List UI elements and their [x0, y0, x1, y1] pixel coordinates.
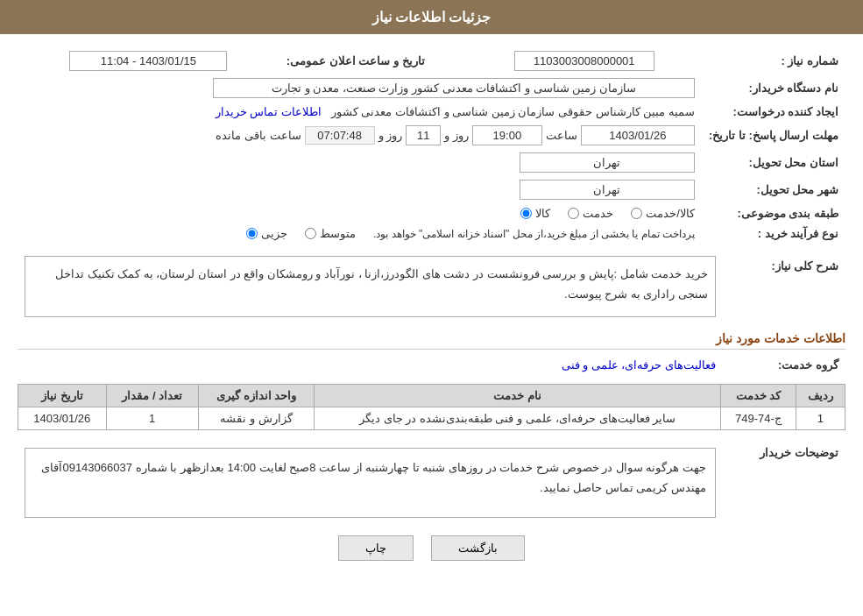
- radio-kala[interactable]: [520, 208, 532, 219]
- creator-link[interactable]: اطلاعات تماس خریدار: [216, 105, 322, 118]
- services-group-value: فعالیت‌های حرفه‌ای، علمی و فنی: [18, 355, 723, 375]
- row-deadline: مهلت ارسال پاسخ: تا تاریخ: 1403/01/26 سا…: [18, 122, 845, 149]
- radio-label-kala: کالا: [535, 207, 550, 220]
- hours-label: ساعت باقی مانده: [216, 129, 301, 142]
- row-org-name: نام دستگاه خریدار: سازمان زمین شناسی و ا…: [18, 74, 845, 102]
- description-label: شرح کلی نیاز:: [723, 252, 845, 321]
- page-wrapper: جزئیات اطلاعات نیاز شماره نیاز : 1103003…: [0, 0, 863, 616]
- radio-motavasset[interactable]: [305, 228, 316, 239]
- row-category: طبقه بندی موضوعی: کالا/خدمت خدمت کالا: [18, 203, 845, 223]
- page-title: جزئیات اطلاعات نیاز: [372, 10, 492, 25]
- row-province: استان محل تحویل: تهران: [18, 149, 845, 176]
- services-group-link[interactable]: فعالیت‌های حرفه‌ای، علمی و فنی: [562, 358, 716, 372]
- time-input: 19:00: [472, 125, 542, 145]
- print-button[interactable]: چاپ: [338, 535, 414, 561]
- cell-date: 1403/01/26: [18, 407, 107, 430]
- city-value: تهران: [18, 176, 702, 203]
- services-table-head: ردیف کد خدمت نام خدمت واحد اندازه گیری ت…: [18, 385, 845, 407]
- radio-item-motavasset: متوسط: [305, 227, 356, 240]
- radio-label-kala-khedmat: کالا/خدمت: [646, 207, 695, 220]
- description-table: شرح کلی نیاز: خرید خدمت شامل :پایش و برر…: [18, 252, 845, 321]
- info-table: شماره نیاز : 1103003008000001 تاریخ و سا…: [18, 47, 845, 244]
- need-number-label: شماره نیاز :: [702, 47, 845, 74]
- date-time-value: 1403/01/15 - 11:04: [18, 47, 279, 74]
- date-input: 1403/01/26: [581, 125, 695, 145]
- row-need-number: شماره نیاز : 1103003008000001 تاریخ و سا…: [18, 47, 845, 74]
- creator-label: ایجاد کننده درخواست:: [702, 102, 845, 122]
- city-input: تهران: [520, 180, 695, 200]
- description-value: خرید خدمت شامل :پایش و بررسی فرونشست در …: [18, 252, 723, 321]
- row-services-group: گروه خدمت: فعالیت‌های حرفه‌ای، علمی و فن…: [18, 355, 845, 375]
- radio-label-motavasset: متوسط: [320, 227, 356, 240]
- col-unit: واحد اندازه گیری: [198, 385, 315, 407]
- time-row: 1403/01/26 ساعت 19:00 روز و 11 روز و 07:…: [25, 125, 695, 145]
- deadline-value: 1403/01/26 ساعت 19:00 روز و 11 روز و 07:…: [18, 122, 702, 149]
- buyer-description-label: توضیحات خریدار: [723, 439, 845, 521]
- deadline-label: مهلت ارسال پاسخ: تا تاریخ:: [702, 122, 845, 149]
- radio-khedmat[interactable]: [568, 208, 579, 219]
- radio-jozi[interactable]: [246, 228, 258, 239]
- main-content: شماره نیاز : 1103003008000001 تاریخ و سا…: [0, 34, 863, 583]
- buyer-description-value: جهت هرگونه سوال در خصوص شرح خدمات در روز…: [18, 439, 723, 521]
- date-time-label: تاریخ و ساعت اعلان عمومی:: [279, 47, 432, 74]
- time-label-static: ساعت: [546, 129, 577, 142]
- cell-qty: 1: [106, 407, 198, 430]
- category-radio-group: کالا/خدمت خدمت کالا: [25, 207, 695, 220]
- col-date: تاریخ نیاز: [18, 385, 107, 407]
- creator-name: سمیه مبین کارشناس حقوقی سازمان زمین شناس…: [331, 105, 695, 118]
- days-label-static: روز و: [444, 129, 469, 142]
- creator-value: سمیه مبین کارشناس حقوقی سازمان زمین شناس…: [18, 102, 702, 122]
- province-input: تهران: [520, 152, 695, 173]
- purchase-type-options: پرداخت تمام یا بخشی از مبلغ خرید،از محل …: [18, 223, 702, 244]
- description-content: خرید خدمت شامل :پایش و بررسی فرونشست در …: [25, 256, 716, 317]
- radio-item-kala-khedmat: کالا/خدمت: [631, 207, 695, 220]
- radio-item-kala: کالا: [520, 207, 550, 220]
- buyer-description-content: جهت هرگونه سوال در خصوص شرح خدمات در روز…: [25, 448, 716, 518]
- city-label: شهر محل تحویل:: [702, 176, 845, 203]
- radio-label-jozi: جزیی: [261, 227, 287, 240]
- purchase-type-label: نوع فرآیند خرید :: [702, 223, 845, 244]
- table-row: 1 ج-74-749 سایر فعالیت‌های حرفه‌ای، علمی…: [18, 407, 845, 430]
- cell-code: ج-74-749: [721, 407, 796, 430]
- need-number-value: 1103003008000001: [467, 47, 702, 74]
- days-input: 11: [406, 125, 441, 145]
- services-table: ردیف کد خدمت نام خدمت واحد اندازه گیری ت…: [18, 384, 845, 430]
- radio-label-khedmat: خدمت: [583, 207, 613, 220]
- col-name: نام خدمت: [315, 385, 721, 407]
- purchase-radio-group: پرداخت تمام یا بخشی از مبلغ خرید،از محل …: [25, 227, 695, 240]
- purchase-note: پرداخت تمام یا بخشی از مبلغ خرید،از محل …: [373, 228, 695, 240]
- date-time-input: 1403/01/15 - 11:04: [69, 51, 227, 71]
- row-city: شهر محل تحویل: تهران: [18, 176, 845, 203]
- col-row: ردیف: [796, 385, 845, 407]
- buyer-description-table: توضیحات خریدار جهت هرگونه سوال در خصوص ش…: [18, 439, 845, 521]
- org-name-value: سازمان زمین شناسی و اکتشافات معدنی کشور …: [18, 74, 702, 102]
- services-table-header-row: ردیف کد خدمت نام خدمت واحد اندازه گیری ت…: [18, 385, 845, 407]
- hours-input: 07:07:48: [305, 126, 375, 145]
- province-label: استان محل تحویل:: [702, 149, 845, 176]
- org-name-input: سازمان زمین شناسی و اکتشافات معدنی کشور …: [213, 78, 695, 98]
- row-description: شرح کلی نیاز: خرید خدمت شامل :پایش و برر…: [18, 252, 845, 321]
- services-table-body: 1 ج-74-749 سایر فعالیت‌های حرفه‌ای، علمی…: [18, 407, 845, 430]
- col-qty: تعداد / مقدار: [106, 385, 198, 407]
- col-code: کد خدمت: [721, 385, 796, 407]
- row-buyer-description: توضیحات خریدار جهت هرگونه سوال در خصوص ش…: [18, 439, 845, 521]
- row-purchase-type: نوع فرآیند خرید : پرداخت تمام یا بخشی از…: [18, 223, 845, 244]
- buttons-row: بازگشت چاپ: [18, 535, 845, 561]
- page-header: جزئیات اطلاعات نیاز: [0, 0, 863, 34]
- back-button[interactable]: بازگشت: [431, 535, 525, 561]
- org-name-label: نام دستگاه خریدار:: [702, 74, 845, 102]
- cell-row-number: 1: [796, 407, 845, 430]
- radio-item-jozi: جزیی: [246, 227, 287, 240]
- cell-name: سایر فعالیت‌های حرفه‌ای، علمی و فنی طبقه…: [315, 407, 721, 430]
- radio-kala-khedmat[interactable]: [631, 208, 642, 219]
- services-group-table: گروه خدمت: فعالیت‌های حرفه‌ای، علمی و فن…: [18, 355, 845, 375]
- category-options: کالا/خدمت خدمت کالا: [18, 203, 702, 223]
- province-value: تهران: [18, 149, 702, 176]
- radio-item-khedmat: خدمت: [568, 207, 613, 220]
- need-number-input: 1103003008000001: [514, 51, 654, 71]
- hours-static: روز و: [378, 129, 403, 142]
- row-creator: ایجاد کننده درخواست: سمیه مبین کارشناس ح…: [18, 102, 845, 122]
- category-label: طبقه بندی موضوعی:: [702, 203, 845, 223]
- services-group-label: گروه خدمت:: [723, 355, 845, 375]
- cell-unit: گزارش و نقشه: [198, 407, 315, 430]
